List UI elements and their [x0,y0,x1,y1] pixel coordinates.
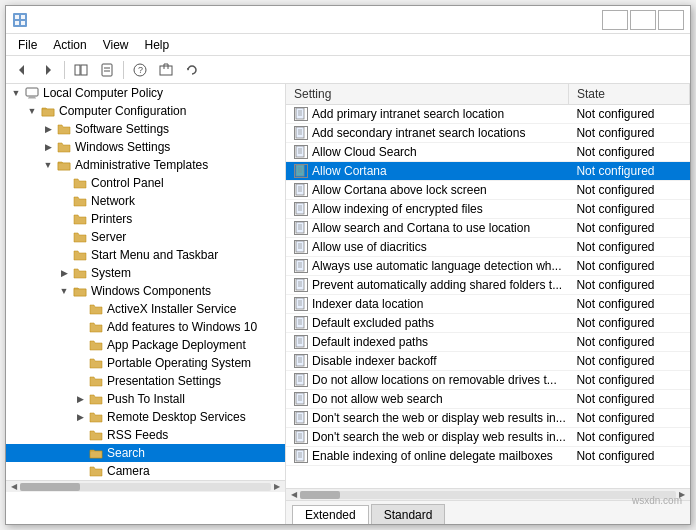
properties-button[interactable] [95,59,119,81]
tree-item-presentation[interactable]: Presentation Settings [6,372,285,390]
tree-icon-windows-settings [56,139,72,155]
table-row[interactable]: Prevent automatically adding shared fold… [286,276,690,295]
show-hide-tree[interactable] [69,59,93,81]
menu-file[interactable]: File [10,36,45,54]
tree-item-add-features[interactable]: Add features to Windows 10 [6,318,285,336]
tree-icon-push-install [88,391,104,407]
setting-policy-icon [294,335,308,349]
table-row[interactable]: Always use automatic language detection … [286,257,690,276]
tree-item-app-package[interactable]: App Package Deployment [6,336,285,354]
menu-action[interactable]: Action [45,36,94,54]
tree-icon-system [72,265,88,281]
tree-item-rss-feeds[interactable]: RSS Feeds [6,426,285,444]
back-button[interactable] [10,59,34,81]
tree-item-admin-templates[interactable]: ▼Administrative Templates [6,156,285,174]
table-row[interactable]: Default excluded pathsNot configured [286,314,690,333]
tree-expander-admin-templates[interactable]: ▼ [40,160,56,170]
table-row[interactable]: Do not allow locations on removable driv… [286,371,690,390]
tree-item-windows-components[interactable]: ▼Windows Components [6,282,285,300]
table-row[interactable]: Do not allow web searchNot configured [286,390,690,409]
table-row[interactable]: Allow CortanaNot configured [286,162,690,181]
cell-setting: Always use automatic language detection … [286,257,568,276]
tree-expander-computer-config[interactable]: ▼ [24,106,40,116]
tree-label-camera: Camera [107,464,150,478]
table-row[interactable]: Allow indexing of encrypted filesNot con… [286,200,690,219]
help-button[interactable]: ? [128,59,152,81]
tree-label-control-panel: Control Panel [91,176,164,190]
table-row[interactable]: Add secondary intranet search locationsN… [286,124,690,143]
tree-item-computer-config[interactable]: ▼Computer Configuration [6,102,285,120]
table-row[interactable]: Disable indexer backoffNot configured [286,352,690,371]
tree-item-camera[interactable]: Camera [6,462,285,480]
cell-setting: Allow indexing of encrypted files [286,200,568,219]
table-row[interactable]: Allow search and Cortana to use location… [286,219,690,238]
refresh-button[interactable] [180,59,204,81]
table-row[interactable]: Allow Cloud SearchNot configured [286,143,690,162]
tree-item-software-settings[interactable]: ▶Software Settings [6,120,285,138]
tree-icon-root [24,85,40,101]
tree-expander-remote-desktop[interactable]: ▶ [72,412,88,422]
svg-rect-23 [58,163,70,170]
minimize-button[interactable] [602,10,628,30]
tree-item-network[interactable]: Network [6,192,285,210]
right-panel-scrollbar[interactable]: ◀ ▶ [286,488,690,500]
forward-button[interactable] [36,59,60,81]
svg-rect-94 [296,431,304,442]
tree-icon-start-menu [72,247,88,263]
tree-expander-root[interactable]: ▼ [8,88,24,98]
tree-item-push-install[interactable]: ▶Push To Install [6,390,285,408]
tree-item-system[interactable]: ▶System [6,264,285,282]
tree-expander-push-install[interactable]: ▶ [72,394,88,404]
tree-item-root[interactable]: ▼Local Computer Policy [6,84,285,102]
tree-item-search[interactable]: Search [6,444,285,462]
table-row[interactable]: Allow Cortana above lock screenNot confi… [286,181,690,200]
export-button[interactable] [154,59,178,81]
setting-policy-icon [294,392,308,406]
column-setting[interactable]: Setting [286,84,568,105]
table-row[interactable]: Don't search the web or display web resu… [286,409,690,428]
tree-icon-network [72,193,88,209]
cell-state: Not configured [568,181,689,200]
menu-help[interactable]: Help [137,36,178,54]
tree-item-start-menu[interactable]: Start Menu and Taskbar [6,246,285,264]
tree-item-server[interactable]: Server [6,228,285,246]
tab-standard[interactable]: Standard [371,504,446,524]
tree-item-windows-settings[interactable]: ▶Windows Settings [6,138,285,156]
tree-expander-windows-components[interactable]: ▼ [56,286,72,296]
tree-label-rss-feeds: RSS Feeds [107,428,168,442]
cell-setting: Allow Cortana [286,162,568,181]
left-panel-scrollbar[interactable]: ◀ ▶ [6,480,285,492]
table-row[interactable]: Enable indexing of online delegate mailb… [286,447,690,466]
table-row[interactable]: Default indexed pathsNot configured [286,333,690,352]
svg-rect-1 [15,15,19,19]
setting-policy-icon [294,240,308,254]
tree-expander-system[interactable]: ▶ [56,268,72,278]
tree-expander-software-settings[interactable]: ▶ [40,124,56,134]
tab-extended[interactable]: Extended [292,505,369,524]
scroll-right-arrow-right[interactable]: ▶ [676,491,688,499]
tree-item-remote-desktop[interactable]: ▶Remote Desktop Services [6,408,285,426]
column-state[interactable]: State [568,84,689,105]
tree-icon-server [72,229,88,245]
table-row[interactable]: Allow use of diacriticsNot configured [286,238,690,257]
maximize-button[interactable] [630,10,656,30]
svg-marker-6 [46,65,51,75]
setting-policy-icon [294,297,308,311]
setting-policy-icon [294,354,308,368]
svg-rect-9 [102,64,112,76]
table-row[interactable]: Indexer data locationNot configured [286,295,690,314]
scroll-right-arrow[interactable]: ▶ [271,483,283,491]
table-row[interactable]: Don't search the web or display web resu… [286,428,690,447]
scroll-left-arrow[interactable]: ◀ [8,483,20,491]
scroll-left-arrow-right[interactable]: ◀ [288,491,300,499]
tree-item-control-panel[interactable]: Control Panel [6,174,285,192]
tree-item-printers[interactable]: Printers [6,210,285,228]
cell-setting: Allow Cloud Search [286,143,568,162]
tree-item-portable-os[interactable]: Portable Operating System [6,354,285,372]
menu-view[interactable]: View [95,36,137,54]
table-row[interactable]: Add primary intranet search locationNot … [286,105,690,124]
tree-expander-windows-settings[interactable]: ▶ [40,142,56,152]
svg-rect-82 [296,374,304,385]
tree-item-activex[interactable]: ActiveX Installer Service [6,300,285,318]
close-button[interactable] [658,10,684,30]
